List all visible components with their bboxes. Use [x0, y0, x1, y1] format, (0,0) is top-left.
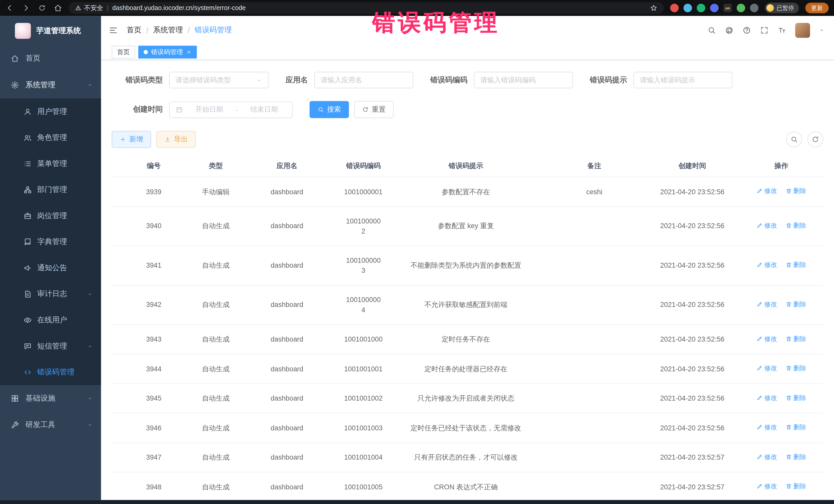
fullscreen-icon[interactable] [760, 26, 769, 35]
profile-paused-badge[interactable]: 已暂停 [765, 3, 799, 13]
edit-link[interactable]: 修改 [756, 393, 777, 402]
sidebar-item-home[interactable]: 首页 [0, 45, 101, 72]
error-code-input[interactable] [474, 72, 573, 88]
close-icon[interactable] [186, 49, 192, 55]
address-bar[interactable]: 不安全 | dashboard.yudao.iocoder.cn/system/… [68, 2, 664, 14]
cell-code: 1001001003 [344, 424, 382, 432]
edit-link[interactable]: 修改 [756, 334, 777, 343]
export-button[interactable]: 导出 [156, 131, 196, 148]
delete-link[interactable]: 删除 [786, 299, 806, 309]
edit-link[interactable]: 修改 [756, 364, 777, 373]
forward-icon[interactable] [22, 4, 30, 12]
github-icon[interactable] [725, 26, 733, 35]
cell-id: 3939 [146, 188, 161, 196]
search-button[interactable]: 搜索 [309, 101, 349, 118]
edit-link[interactable]: 修改 [756, 422, 777, 432]
reload-icon[interactable] [38, 4, 46, 12]
table-row: 3947 自动生成 dashboard 1001001004 只有开启状态的任务… [112, 442, 823, 472]
back-icon[interactable] [5, 4, 14, 12]
extensions-puzzle-icon[interactable] [750, 4, 759, 12]
refresh-icon [363, 107, 369, 113]
sidebar-fold-icon[interactable] [109, 25, 118, 35]
cell-type: 自动生成 [202, 365, 230, 373]
sidebar-item-notice[interactable]: 通知公告 [0, 255, 101, 281]
extension-icon-cyan[interactable] [683, 4, 692, 12]
cell-type: 自动生成 [202, 335, 230, 343]
caret-down-icon[interactable] [819, 28, 825, 33]
filter-type-label: 错误码类型 [112, 75, 163, 85]
avatar[interactable] [795, 23, 810, 38]
refresh-table-button[interactable] [807, 131, 823, 147]
error-hint-input[interactable] [634, 72, 733, 88]
font-size-icon[interactable] [777, 26, 786, 35]
delete-link[interactable]: 删除 [786, 260, 806, 269]
delete-link[interactable]: 删除 [786, 422, 806, 432]
delete-icon [786, 365, 792, 371]
profile-emoji-icon [767, 4, 774, 12]
security-chip[interactable]: 不安全 [75, 3, 103, 12]
cell-type: 自动生成 [202, 261, 230, 269]
cell-code: 1001000001 [344, 188, 382, 196]
calendar-icon [176, 106, 183, 113]
tab-home[interactable]: 首页 [112, 46, 135, 59]
cell-app: dashboard [270, 424, 303, 432]
edit-link[interactable]: 修改 [756, 481, 777, 491]
edit-link[interactable]: 修改 [756, 299, 777, 309]
omnibox-divider: | [107, 4, 109, 12]
date-range-picker[interactable]: 开始日期 - 结束日期 [169, 101, 292, 118]
cell-time: 2021-04-20 23:52:56 [660, 301, 724, 309]
delete-link[interactable]: 删除 [786, 334, 806, 343]
breadcrumb-home[interactable]: 首页 [127, 25, 141, 35]
extension-icon-green-check[interactable] [697, 4, 705, 12]
delete-link[interactable]: 删除 [786, 481, 806, 491]
sidebar-item-user[interactable]: 用户管理 [0, 98, 101, 125]
extension-icon-blue[interactable] [710, 4, 719, 12]
delete-link[interactable]: 删除 [786, 186, 806, 196]
browser-update-button[interactable]: 更新 [805, 3, 829, 13]
edit-link[interactable]: 修改 [756, 452, 777, 461]
browser-home-icon[interactable] [53, 4, 62, 12]
sidebar-item-post[interactable]: 岗位管理 [0, 203, 101, 229]
edit-link[interactable]: 修改 [756, 186, 777, 196]
sidebar-item-devtools[interactable]: 研发工具 [0, 412, 101, 438]
extension-icon-leaf[interactable] [737, 4, 745, 12]
sidebar-item-code[interactable]: 错误码管理 [0, 359, 101, 385]
sidebar-item-log[interactable]: 审计日志 [0, 281, 101, 307]
delete-link[interactable]: 删除 [786, 452, 806, 461]
delete-link[interactable]: 删除 [786, 221, 806, 230]
browser-toolbar: 不安全 | dashboard.yudao.iocoder.cn/system/… [0, 0, 834, 16]
sidebar-item-system[interactable]: 系统管理 [0, 72, 101, 98]
chevron-up-icon [87, 82, 93, 88]
sidebar-item-menu[interactable]: 菜单管理 [0, 151, 101, 177]
error-type-select[interactable]: 请选择错误码类型 [169, 72, 269, 88]
url-text[interactable]: dashboard.yudao.iocoder.cn/system/error-… [112, 4, 646, 12]
extension-icon-red[interactable] [670, 4, 679, 12]
delete-icon [786, 394, 792, 401]
cell-code: 1001001005 [344, 483, 382, 491]
download-icon [164, 136, 171, 143]
delete-icon [786, 335, 792, 342]
question-icon[interactable] [742, 26, 751, 35]
app-name-input[interactable] [314, 72, 413, 88]
edit-link[interactable]: 修改 [756, 221, 777, 230]
screen: 不安全 | dashboard.yudao.iocoder.cn/system/… [0, 0, 834, 504]
bookmark-star-icon[interactable] [650, 4, 657, 12]
reset-button[interactable]: 重置 [354, 101, 393, 118]
sidebar-item-infra[interactable]: 基础设施 [0, 385, 101, 412]
cell-hint: 参数配置不存在 [442, 188, 490, 196]
sidebar-item-users[interactable]: 角色管理 [0, 125, 101, 151]
add-button[interactable]: 新增 [112, 131, 151, 148]
post-icon [23, 212, 32, 220]
search-icon[interactable] [707, 26, 716, 35]
sidebar-item-dict[interactable]: 字典管理 [0, 229, 101, 255]
extension-icon-on[interactable]: on [723, 4, 732, 12]
tab-error-code[interactable]: 错误码管理 [138, 46, 197, 59]
delete-link[interactable]: 删除 [786, 364, 806, 373]
breadcrumb-system[interactable]: 系统管理 [153, 25, 183, 35]
sidebar-item-sms[interactable]: 短信管理 [0, 333, 101, 359]
sidebar-item-dept[interactable]: 部门管理 [0, 177, 101, 203]
show-search-button[interactable] [786, 131, 802, 147]
edit-link[interactable]: 修改 [756, 260, 777, 269]
sidebar-item-online[interactable]: 在线用户 [0, 307, 101, 333]
delete-link[interactable]: 删除 [786, 393, 806, 402]
